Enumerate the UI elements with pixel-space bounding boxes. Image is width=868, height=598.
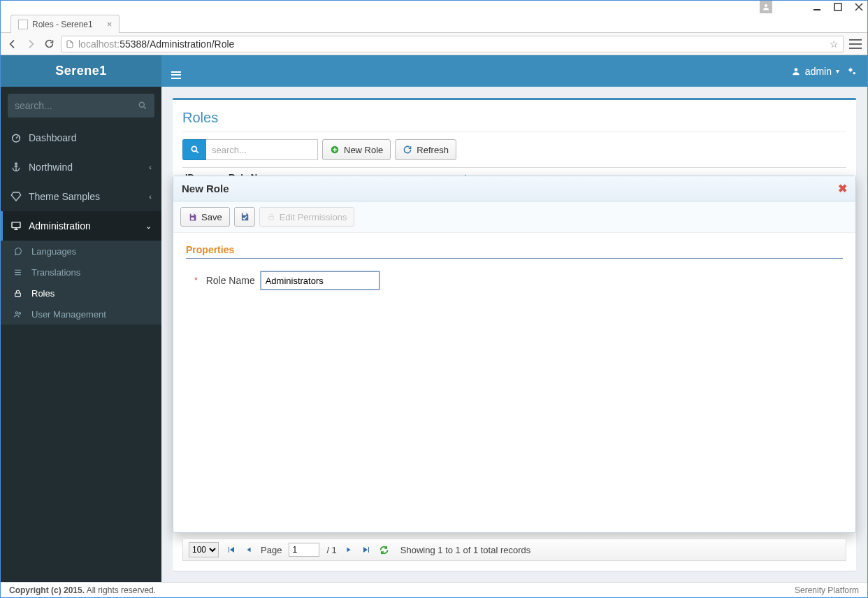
- grid-pager: 100 Page / 1: [182, 539, 846, 561]
- svg-rect-33: [229, 547, 229, 553]
- search-icon: [138, 101, 147, 111]
- browser-tab[interactable]: Roles - Serene1 ×: [10, 15, 120, 33]
- desktop-icon: [10, 220, 22, 232]
- pager-first-icon[interactable]: [226, 546, 237, 554]
- window-titlebar: [1, 1, 867, 13]
- svg-marker-14: [11, 192, 20, 201]
- users-icon: [13, 310, 24, 319]
- sidebar-item-label: Administration: [29, 220, 91, 232]
- sidebar-item-label: Translations: [31, 267, 80, 278]
- tab-favicon: [18, 20, 28, 29]
- quicksearch-button[interactable]: [182, 139, 206, 160]
- browser-tabstrip: Roles - Serene1 ×: [1, 13, 867, 33]
- refresh-button[interactable]: Refresh: [395, 139, 456, 160]
- apply-changes-button[interactable]: [234, 207, 255, 227]
- role-name-label: Role Name: [201, 275, 255, 286]
- tab-close-icon[interactable]: ×: [107, 19, 113, 29]
- edit-permissions-button: Edit Permissions: [259, 207, 355, 227]
- sidebar-item-label: Roles: [31, 288, 55, 299]
- pager-next-icon[interactable]: [344, 546, 354, 554]
- window-maximize-icon[interactable]: [834, 3, 842, 11]
- anchor-icon: [10, 162, 22, 173]
- url-doc-icon: [66, 39, 74, 49]
- svg-point-5: [795, 68, 798, 71]
- pager-page-total: / 1: [326, 545, 336, 555]
- browser-addressbar: localhost: 55388/Administration/Role ☆: [1, 33, 867, 55]
- url-path: 55388/Administration/Role: [120, 38, 234, 50]
- diamond-icon: [10, 191, 22, 202]
- search-icon: [190, 145, 200, 155]
- chat-icon: [13, 247, 24, 256]
- svg-marker-36: [347, 548, 350, 553]
- quicksearch-input[interactable]: [206, 139, 318, 160]
- app-header: Serene1 admin ▾: [1, 55, 867, 87]
- list-icon: [13, 268, 24, 277]
- settings-gears-icon[interactable]: [846, 66, 858, 77]
- header-user-menu[interactable]: admin ▾: [791, 66, 839, 77]
- chevron-down-icon: ⌄: [145, 222, 152, 231]
- svg-rect-32: [268, 217, 273, 220]
- plus-circle-icon: [330, 145, 340, 155]
- role-name-input[interactable]: [261, 271, 379, 290]
- sidebar-item-administration[interactable]: Administration ⌄: [1, 211, 161, 241]
- svg-rect-21: [15, 292, 21, 296]
- button-label: Refresh: [417, 145, 449, 155]
- sidebar-search-input[interactable]: [15, 100, 138, 111]
- sidebar-subitem-languages[interactable]: Languages: [1, 241, 161, 262]
- main-panel: Roles New Role: [173, 98, 856, 571]
- pager-refresh-icon[interactable]: [379, 545, 389, 555]
- sidebar-subitem-translations[interactable]: Translations: [1, 262, 161, 283]
- browser-menu-icon[interactable]: [849, 38, 862, 50]
- sidebar-subitem-user-management[interactable]: User Management: [1, 304, 161, 325]
- chevron-left-icon: ‹: [149, 163, 152, 171]
- dialog-title: New Role: [182, 183, 229, 194]
- nav-forward-icon[interactable]: [24, 38, 37, 50]
- toolbar: New Role Refresh: [182, 131, 846, 160]
- lock-icon: [13, 289, 24, 298]
- nav-back-icon[interactable]: [6, 38, 19, 50]
- bookmark-star-icon[interactable]: ☆: [830, 38, 839, 50]
- sidebar-toggle-icon[interactable]: [171, 64, 181, 79]
- svg-point-22: [15, 311, 17, 313]
- brand[interactable]: Serene1: [1, 55, 161, 87]
- new-role-button[interactable]: New Role: [322, 139, 391, 160]
- required-asterisk: *: [194, 276, 198, 285]
- pager-prev-icon[interactable]: [244, 546, 254, 554]
- sidebar-item-theme-samples[interactable]: Theme Samples ‹: [1, 182, 161, 211]
- url-host: localhost:: [78, 38, 120, 50]
- caret-down-icon: ▾: [836, 67, 839, 75]
- sidebar-item-label: User Management: [31, 309, 106, 320]
- sidebar-item-label: Northwind: [29, 162, 73, 173]
- pager-last-icon[interactable]: [361, 546, 372, 554]
- user-icon: [791, 66, 801, 76]
- save-disk-icon: [188, 213, 197, 222]
- chevron-left-icon: ‹: [149, 192, 152, 201]
- properties-heading: Properties: [186, 244, 843, 259]
- dialog-titlebar[interactable]: New Role ✖: [173, 176, 855, 201]
- dialog-close-icon[interactable]: ✖: [838, 182, 847, 195]
- window-close-icon[interactable]: [855, 3, 863, 11]
- page-size-select[interactable]: 100: [189, 542, 219, 557]
- button-label: New Role: [344, 145, 383, 155]
- sidebar-item-dashboard[interactable]: Dashboard: [1, 123, 161, 152]
- new-role-dialog: New Role ✖ Save: [173, 176, 856, 533]
- svg-point-8: [139, 102, 144, 107]
- svg-line-9: [144, 107, 146, 109]
- sidebar-item-northwind[interactable]: Northwind ‹: [1, 152, 161, 182]
- nav-reload-icon[interactable]: [43, 38, 55, 50]
- pager-page-label: Page: [261, 545, 282, 555]
- footer-copyright-bold: Copyright (c) 2015.: [9, 585, 85, 595]
- sidebar-search[interactable]: [8, 94, 154, 118]
- pager-page-input[interactable]: [289, 543, 319, 557]
- url-input[interactable]: localhost: 55388/Administration/Role ☆: [61, 36, 844, 52]
- dialog-body: Properties * Role Name: [173, 233, 855, 532]
- content-area: Roles New Role: [161, 87, 867, 582]
- pager-summary: Showing 1 to 1 of 1 total records: [400, 545, 530, 555]
- window-minimize-icon[interactable]: [813, 3, 821, 11]
- sidebar-subitem-roles[interactable]: Roles: [1, 283, 161, 304]
- svg-point-24: [191, 146, 196, 151]
- svg-rect-2: [834, 3, 841, 10]
- save-button[interactable]: Save: [180, 207, 230, 227]
- svg-rect-15: [12, 222, 20, 228]
- footer-platform: Serenity Platform: [795, 585, 859, 595]
